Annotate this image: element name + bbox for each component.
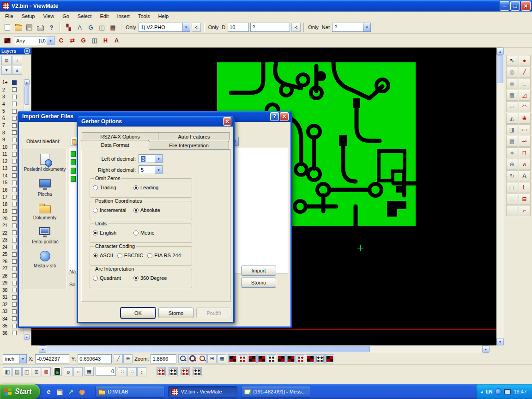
scrollbar-thumb[interactable] [47,346,370,352]
active-layer-combo[interactable]: 1) V2.PHO [139,23,190,32]
cancel-button[interactable]: Storno [158,308,193,318]
scroll-down-icon[interactable]: ▾ [24,334,30,340]
dcode-film-icon-2[interactable] [238,354,247,363]
layer-visibility-checkbox[interactable] [12,324,17,328]
menu-insert[interactable]: Insert [113,12,134,20]
units-combo[interactable]: inch [3,354,27,363]
menu-setup[interactable]: Setup [18,12,39,20]
layer-visibility-checkbox[interactable] [12,109,17,114]
layer-visibility-checkbox[interactable] [12,187,17,192]
half-fill-icon[interactable]: ◨ [506,124,518,135]
combo-arrow-icon[interactable] [182,23,190,31]
tray-messenger-icon[interactable] [495,388,502,395]
select-mode-combo[interactable]: Any (U) [14,36,54,45]
x-coordinate-field[interactable] [35,354,69,363]
zoom-field[interactable] [151,354,176,363]
tab-file-interpretation[interactable]: File Interpretation [149,141,229,149]
canvas-vscrollbar[interactable]: ▴ ▾ [496,48,504,345]
pad-pattern-icon-4[interactable] [193,367,202,376]
radio-metric[interactable]: Metric [133,230,174,236]
import-button[interactable]: Import [241,266,276,276]
dcode-film-icon-9[interactable] [306,354,315,363]
zoom-tool-icon[interactable] [178,354,187,363]
layer-visibility-checkbox[interactable] [12,252,17,257]
layer-visibility-checkbox[interactable] [12,138,17,142]
left-of-decimal-combo[interactable]: 3 [139,154,163,163]
dcode-film-icon-4[interactable] [257,354,266,363]
menu-file[interactable]: File [1,12,18,20]
dcode-input[interactable] [228,23,249,32]
dot-grid-icon[interactable]: ∷ [118,367,127,376]
layer-visibility-checkbox[interactable] [12,166,17,171]
hatch-icon[interactable]: ▩ [506,136,518,147]
layer-visibility-checkbox[interactable] [12,95,17,99]
polyline-tool-icon[interactable]: ∟ [519,78,531,89]
layer-visibility-checkbox[interactable] [12,216,17,221]
new-file-icon[interactable] [2,22,12,32]
cross-icon[interactable]: ∗ [506,147,518,158]
layer-row[interactable]: 4 [1,101,23,108]
open-file-icon[interactable] [13,22,24,32]
combo-arrow-icon[interactable] [19,355,26,363]
gerber-dialog-titlebar[interactable]: Gerber Options [78,116,233,127]
layer-visibility-checkbox[interactable] [12,80,17,85]
ql-folders-icon[interactable]: ▣ [54,386,65,397]
place-computer[interactable]: Tento počítač [23,224,67,248]
circle-dcode-icon[interactable]: ○ [73,367,83,376]
combo-arrow-icon[interactable] [155,155,162,163]
layer-visibility-checkbox[interactable] [12,224,17,228]
layer-visibility-checkbox[interactable] [12,302,17,307]
layer-move-up-button[interactable]: ▲ [12,66,22,75]
shape-box-icon[interactable]: ⊠ [42,367,51,376]
task-button-message[interactable]: [191-482-091] - Mess... [241,386,310,398]
menu-view[interactable]: View [39,12,58,20]
null-dcode-icon[interactable]: ⌀ [64,367,73,376]
scroll-up-icon[interactable]: ▴ [24,79,30,85]
tab-rs274x-options[interactable]: RS274-X Options [82,132,158,140]
ql-update-icon[interactable]: ↗ [66,386,76,397]
layer-row[interactable]: 2 [1,86,23,94]
trapezoid-icon[interactable]: ▱ [506,101,518,112]
updown-icon[interactable]: ↕ [137,367,146,376]
radio-ascii[interactable]: ASCII [93,253,113,258]
scrollbar-thumb[interactable] [497,55,503,83]
shape-half-icon[interactable]: ◧ [3,367,12,376]
scroll-up-icon[interactable]: ▴ [496,48,504,55]
diag-measure-icon[interactable]: ╱ [114,354,123,363]
cancel-button[interactable]: Storno [241,278,276,288]
arc-tool-icon[interactable]: ◠ [519,101,531,112]
radio-360-degree[interactable]: 360 Degree [133,275,174,281]
layer-row[interactable]: 36 [1,330,23,337]
ql-ie-icon[interactable]: e [43,386,54,397]
layer-visibility-checkbox[interactable] [12,259,17,264]
tray-display-icon[interactable] [504,389,511,394]
canvas-hscrollbar[interactable]: ◂ ▸ [39,345,490,353]
j-tool-icon[interactable]: ⌐ [519,205,531,216]
rotate-c-icon[interactable]: C [56,36,66,46]
e-tool-icon[interactable]: ⊟ [519,193,531,205]
pad-pattern-icon-2[interactable] [169,367,178,376]
layer-visibility-checkbox[interactable] [12,116,17,121]
apply-button[interactable]: Použít [196,308,231,318]
pad-tool-icon[interactable]: ● [519,55,531,66]
pad-pattern-icon-1[interactable] [157,367,166,376]
combo-arrow-icon[interactable] [47,36,54,45]
grid-fine-icon[interactable]: ▦ [217,354,226,363]
layer-visibility-checkbox[interactable] [12,273,17,278]
layer-visibility-checkbox[interactable] [12,281,17,285]
help-button[interactable] [270,112,279,121]
task-button-mlab[interactable]: D:\MLAB [95,386,164,398]
filled-square-icon[interactable]: ▦ [506,90,518,101]
radio-incremental[interactable]: Incremental [93,207,133,213]
query-item-icon[interactable]: A [74,22,85,32]
zoom-select-icon[interactable] [188,354,197,363]
menu-tools[interactable]: Tools [134,12,154,20]
layer-row[interactable]: 1+ [1,79,23,86]
center-snap-icon[interactable]: ◎ [506,66,518,78]
step-tool-icon[interactable]: ⊓ [519,147,531,158]
status-light-icon[interactable] [53,367,62,376]
dcode-film-icon-10[interactable] [315,354,325,363]
net-combo[interactable]: ? [332,23,371,32]
menu-help[interactable]: Help [154,12,173,20]
group-icon[interactable]: G [78,36,89,46]
